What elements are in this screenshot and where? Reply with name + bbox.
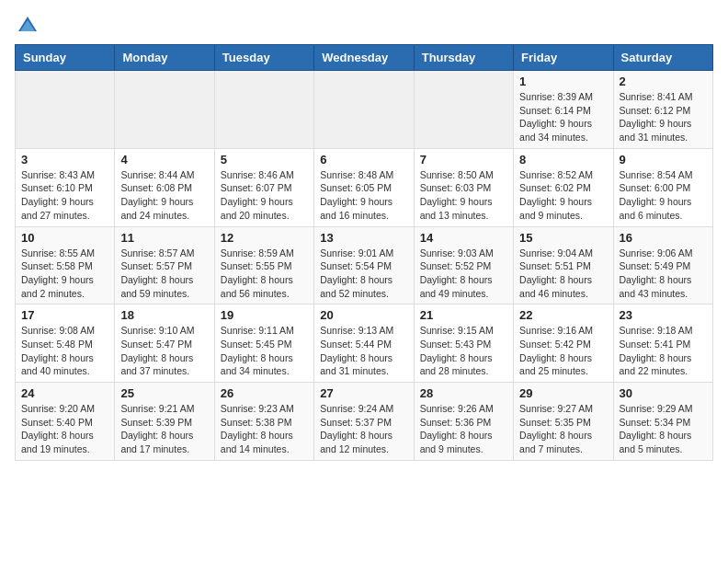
day-info: Sunrise: 8:50 AM Sunset: 6:03 PM Dayligh… [420, 168, 507, 223]
day-info: Sunrise: 9:18 AM Sunset: 5:41 PM Dayligh… [620, 324, 707, 378]
day-info: Sunrise: 9:13 AM Sunset: 5:44 PM Dayligh… [320, 324, 407, 378]
calendar-day-cell: 21Sunrise: 9:15 AM Sunset: 5:43 PM Dayli… [414, 304, 513, 383]
calendar-week-row: 3Sunrise: 8:43 AM Sunset: 6:10 PM Daylig… [16, 148, 713, 226]
day-number: 22 [519, 308, 607, 322]
day-number: 2 [620, 75, 707, 88]
day-number: 8 [519, 153, 607, 167]
calendar-week-row: 17Sunrise: 9:08 AM Sunset: 5:48 PM Dayli… [16, 304, 713, 383]
weekday-header: Wednesday [314, 45, 414, 71]
calendar-day-cell: 29Sunrise: 9:27 AM Sunset: 5:35 PM Dayli… [514, 383, 613, 461]
day-info: Sunrise: 9:29 AM Sunset: 5:34 PM Dayligh… [620, 402, 707, 456]
calendar-day-cell: 13Sunrise: 9:01 AM Sunset: 5:54 PM Dayli… [314, 226, 414, 304]
calendar-day-cell: 10Sunrise: 8:55 AM Sunset: 5:58 PM Dayli… [16, 226, 115, 304]
calendar-day-cell: 20Sunrise: 9:13 AM Sunset: 5:44 PM Dayli… [314, 304, 414, 383]
calendar-day-cell [314, 71, 414, 149]
day-number: 18 [120, 308, 208, 322]
weekday-header: Sunday [16, 45, 115, 71]
calendar-day-cell: 6Sunrise: 8:48 AM Sunset: 6:05 PM Daylig… [314, 148, 414, 226]
day-info: Sunrise: 9:10 AM Sunset: 5:47 PM Dayligh… [120, 324, 208, 378]
day-number: 27 [320, 386, 407, 400]
day-number: 9 [620, 153, 707, 167]
day-info: Sunrise: 9:06 AM Sunset: 5:49 PM Dayligh… [620, 247, 707, 301]
calendar-day-cell: 17Sunrise: 9:08 AM Sunset: 5:48 PM Dayli… [16, 304, 115, 383]
day-number: 3 [21, 153, 108, 167]
day-info: Sunrise: 8:59 AM Sunset: 5:55 PM Dayligh… [221, 247, 308, 301]
calendar-day-cell: 23Sunrise: 9:18 AM Sunset: 5:41 PM Dayli… [613, 304, 712, 383]
calendar-week-row: 1Sunrise: 8:39 AM Sunset: 6:14 PM Daylig… [16, 71, 713, 149]
day-info: Sunrise: 9:23 AM Sunset: 5:38 PM Dayligh… [221, 402, 308, 456]
day-number: 6 [320, 153, 407, 167]
day-number: 5 [221, 153, 308, 167]
day-info: Sunrise: 8:57 AM Sunset: 5:57 PM Dayligh… [120, 247, 208, 301]
day-number: 29 [519, 386, 607, 400]
calendar-day-cell: 25Sunrise: 9:21 AM Sunset: 5:39 PM Dayli… [115, 383, 214, 461]
day-number: 15 [519, 231, 607, 245]
day-info: Sunrise: 8:48 AM Sunset: 6:05 PM Dayligh… [320, 168, 407, 223]
day-info: Sunrise: 8:55 AM Sunset: 5:58 PM Dayligh… [21, 247, 108, 301]
day-number: 23 [620, 308, 707, 322]
day-number: 20 [320, 308, 407, 322]
calendar-day-cell: 2Sunrise: 8:41 AM Sunset: 6:12 PM Daylig… [613, 71, 712, 149]
calendar-day-cell [115, 71, 214, 149]
day-info: Sunrise: 9:27 AM Sunset: 5:35 PM Dayligh… [519, 402, 607, 456]
calendar-day-cell [414, 71, 513, 149]
calendar-day-cell [16, 71, 115, 149]
day-number: 11 [120, 231, 208, 245]
day-info: Sunrise: 8:46 AM Sunset: 6:07 PM Dayligh… [221, 168, 308, 223]
calendar: SundayMondayTuesdayWednesdayThursdayFrid… [15, 44, 713, 461]
calendar-day-cell: 22Sunrise: 9:16 AM Sunset: 5:42 PM Dayli… [514, 304, 613, 383]
logo [15, 15, 39, 37]
calendar-day-cell: 8Sunrise: 8:52 AM Sunset: 6:02 PM Daylig… [514, 148, 613, 226]
day-info: Sunrise: 9:01 AM Sunset: 5:54 PM Dayligh… [320, 247, 407, 301]
weekday-header: Saturday [613, 45, 712, 71]
calendar-day-cell: 11Sunrise: 8:57 AM Sunset: 5:57 PM Dayli… [115, 226, 214, 304]
day-info: Sunrise: 9:26 AM Sunset: 5:36 PM Dayligh… [420, 402, 507, 456]
calendar-day-cell: 3Sunrise: 8:43 AM Sunset: 6:10 PM Daylig… [16, 148, 115, 226]
day-info: Sunrise: 8:54 AM Sunset: 6:00 PM Dayligh… [620, 168, 707, 223]
calendar-day-cell: 19Sunrise: 9:11 AM Sunset: 5:45 PM Dayli… [214, 304, 313, 383]
logo-icon [17, 15, 39, 37]
calendar-header-row: SundayMondayTuesdayWednesdayThursdayFrid… [16, 45, 713, 71]
day-number: 1 [519, 75, 607, 88]
calendar-day-cell [214, 71, 313, 149]
day-number: 25 [120, 386, 208, 400]
day-number: 16 [620, 231, 707, 245]
day-info: Sunrise: 9:04 AM Sunset: 5:51 PM Dayligh… [519, 247, 607, 301]
day-info: Sunrise: 9:08 AM Sunset: 5:48 PM Dayligh… [21, 324, 108, 378]
day-info: Sunrise: 9:21 AM Sunset: 5:39 PM Dayligh… [120, 402, 208, 456]
day-info: Sunrise: 9:15 AM Sunset: 5:43 PM Dayligh… [420, 324, 507, 378]
calendar-day-cell: 16Sunrise: 9:06 AM Sunset: 5:49 PM Dayli… [613, 226, 712, 304]
calendar-day-cell: 24Sunrise: 9:20 AM Sunset: 5:40 PM Dayli… [16, 383, 115, 461]
day-info: Sunrise: 8:41 AM Sunset: 6:12 PM Dayligh… [620, 90, 707, 144]
day-number: 21 [420, 308, 507, 322]
calendar-day-cell: 18Sunrise: 9:10 AM Sunset: 5:47 PM Dayli… [115, 304, 214, 383]
weekday-header: Thursday [414, 45, 513, 71]
calendar-day-cell: 14Sunrise: 9:03 AM Sunset: 5:52 PM Dayli… [414, 226, 513, 304]
day-info: Sunrise: 9:03 AM Sunset: 5:52 PM Dayligh… [420, 247, 507, 301]
day-number: 10 [21, 231, 108, 245]
calendar-week-row: 10Sunrise: 8:55 AM Sunset: 5:58 PM Dayli… [16, 226, 713, 304]
day-number: 30 [620, 386, 707, 400]
day-info: Sunrise: 8:52 AM Sunset: 6:02 PM Dayligh… [519, 168, 607, 223]
calendar-day-cell: 30Sunrise: 9:29 AM Sunset: 5:34 PM Dayli… [613, 383, 712, 461]
calendar-day-cell: 5Sunrise: 8:46 AM Sunset: 6:07 PM Daylig… [214, 148, 313, 226]
day-number: 24 [21, 386, 108, 400]
day-info: Sunrise: 9:16 AM Sunset: 5:42 PM Dayligh… [519, 324, 607, 378]
day-number: 19 [221, 308, 308, 322]
calendar-day-cell: 27Sunrise: 9:24 AM Sunset: 5:37 PM Dayli… [314, 383, 414, 461]
calendar-day-cell: 7Sunrise: 8:50 AM Sunset: 6:03 PM Daylig… [414, 148, 513, 226]
calendar-day-cell: 1Sunrise: 8:39 AM Sunset: 6:14 PM Daylig… [514, 71, 613, 149]
day-info: Sunrise: 8:43 AM Sunset: 6:10 PM Dayligh… [21, 168, 108, 223]
calendar-day-cell: 4Sunrise: 8:44 AM Sunset: 6:08 PM Daylig… [115, 148, 214, 226]
day-number: 4 [120, 153, 208, 167]
day-number: 17 [21, 308, 108, 322]
calendar-day-cell: 9Sunrise: 8:54 AM Sunset: 6:00 PM Daylig… [613, 148, 712, 226]
calendar-day-cell: 15Sunrise: 9:04 AM Sunset: 5:51 PM Dayli… [514, 226, 613, 304]
day-number: 12 [221, 231, 308, 245]
day-number: 13 [320, 231, 407, 245]
calendar-body: 1Sunrise: 8:39 AM Sunset: 6:14 PM Daylig… [16, 71, 713, 461]
day-number: 7 [420, 153, 507, 167]
calendar-day-cell: 12Sunrise: 8:59 AM Sunset: 5:55 PM Dayli… [214, 226, 313, 304]
day-info: Sunrise: 9:11 AM Sunset: 5:45 PM Dayligh… [221, 324, 308, 378]
day-info: Sunrise: 9:20 AM Sunset: 5:40 PM Dayligh… [21, 402, 108, 456]
